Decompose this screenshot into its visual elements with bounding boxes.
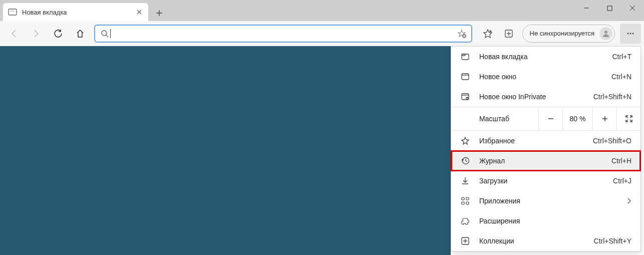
- menu-label: Загрузки: [479, 177, 613, 185]
- more-menu-button[interactable]: [620, 24, 641, 44]
- menu-shortcut: Ctrl+T: [612, 53, 632, 61]
- svg-point-10: [630, 33, 631, 34]
- menu-shortcut: Ctrl+Shift+Y: [594, 237, 631, 245]
- menu-shortcut: Ctrl+H: [611, 157, 631, 165]
- collections-icon: [460, 236, 470, 246]
- forward-button[interactable]: [25, 24, 47, 44]
- favorites-button[interactable]: [477, 24, 498, 44]
- star-icon: [460, 136, 470, 146]
- svg-rect-0: [9, 9, 17, 15]
- add-favorite-button[interactable]: [456, 29, 467, 38]
- menu-apps[interactable]: Приложения: [451, 191, 640, 211]
- tabstrip: Новая вкладка: [0, 0, 167, 21]
- minimize-button[interactable]: [575, 0, 598, 16]
- svg-point-3: [13, 11, 14, 12]
- refresh-button[interactable]: [47, 24, 69, 44]
- window-controls: [575, 0, 644, 21]
- app-menu: Новая вкладка Ctrl+T Новое окно Ctrl+N Н…: [451, 46, 641, 251]
- svg-rect-19: [466, 197, 469, 200]
- profile-sync-button[interactable]: Не синхронизируется: [522, 25, 615, 43]
- close-window-button[interactable]: [621, 0, 644, 16]
- menu-new-tab[interactable]: Новая вкладка Ctrl+T: [451, 47, 640, 67]
- zoom-label: Масштаб: [451, 115, 538, 123]
- sync-label: Не синхронизируется: [530, 30, 594, 37]
- fullscreen-button[interactable]: [616, 107, 640, 131]
- new-tab-icon: [460, 52, 470, 62]
- zoom-in-button[interactable]: [592, 107, 616, 131]
- svg-point-16: [466, 97, 468, 99]
- menu-shortcut: Ctrl+J: [613, 177, 631, 185]
- menu-label: Избранное: [479, 137, 593, 145]
- menu-inprivate[interactable]: Новое окно InPrivate Ctrl+Shift+N: [451, 87, 640, 107]
- toolbar: Не синхронизируется: [0, 21, 644, 46]
- extensions-icon: [460, 216, 470, 226]
- svg-rect-13: [462, 54, 465, 56]
- apps-icon: [460, 196, 470, 206]
- menu-label: Приложения: [479, 197, 622, 205]
- history-icon: [460, 156, 470, 166]
- svg-rect-18: [462, 197, 464, 200]
- new-tab-button[interactable]: [151, 5, 167, 21]
- menu-history[interactable]: Журнал Ctrl+H: [451, 151, 640, 171]
- home-button[interactable]: [69, 24, 91, 44]
- svg-rect-14: [462, 74, 469, 80]
- svg-rect-20: [462, 202, 464, 204]
- address-bar[interactable]: [94, 25, 472, 43]
- page-background: [0, 46, 451, 255]
- avatar-icon: [599, 27, 612, 40]
- menu-label: Расширения: [479, 217, 631, 225]
- chevron-right-icon: [622, 198, 631, 204]
- inprivate-icon: [460, 92, 470, 102]
- titlebar: Новая вкладка: [0, 0, 644, 21]
- menu-downloads[interactable]: Загрузки Ctrl+J: [451, 171, 640, 191]
- menu-favorites[interactable]: Избранное Ctrl+Shift+O: [451, 131, 640, 151]
- menu-label: Новое окно: [479, 73, 611, 81]
- svg-point-1: [10, 11, 11, 12]
- download-icon: [460, 176, 470, 186]
- svg-point-2: [12, 11, 13, 12]
- svg-rect-4: [607, 6, 612, 11]
- menu-shortcut: Ctrl+Shift+O: [593, 137, 631, 145]
- menu-extensions[interactable]: Расширения: [451, 211, 640, 231]
- menu-shortcut: Ctrl+Shift+N: [593, 93, 631, 101]
- menu-label: Новая вкладка: [479, 53, 612, 61]
- menu-label: Новое окно InPrivate: [479, 93, 593, 101]
- menu-collections[interactable]: Коллекции Ctrl+Shift+Y: [451, 231, 640, 251]
- menu-label: Журнал: [479, 157, 611, 165]
- tab-title: Новая вкладка: [22, 9, 67, 16]
- svg-point-9: [627, 33, 629, 34]
- tab-favicon: [8, 8, 17, 17]
- menu-label: Коллекции: [479, 237, 594, 245]
- svg-point-5: [102, 31, 107, 36]
- search-icon: [99, 30, 110, 38]
- menu-shortcut: Ctrl+N: [611, 73, 631, 81]
- zoom-value: 80 %: [562, 107, 592, 130]
- svg-rect-21: [466, 202, 469, 204]
- back-button[interactable]: [3, 24, 25, 44]
- svg-point-8: [604, 31, 607, 34]
- menu-zoom-row: Масштаб 80 %: [451, 107, 640, 131]
- new-window-icon: [460, 72, 470, 82]
- collections-button[interactable]: [498, 24, 519, 44]
- menu-new-window[interactable]: Новое окно Ctrl+N: [451, 67, 640, 87]
- svg-point-11: [632, 33, 634, 34]
- maximize-button[interactable]: [598, 0, 621, 16]
- tab-close-button[interactable]: [135, 8, 143, 16]
- svg-rect-15: [462, 94, 469, 100]
- browser-tab[interactable]: Новая вкладка: [3, 3, 148, 21]
- content-area: Новая вкладка Ctrl+T Новое окно Ctrl+N Н…: [0, 46, 644, 255]
- address-input[interactable]: [111, 26, 456, 42]
- zoom-out-button[interactable]: [538, 107, 562, 131]
